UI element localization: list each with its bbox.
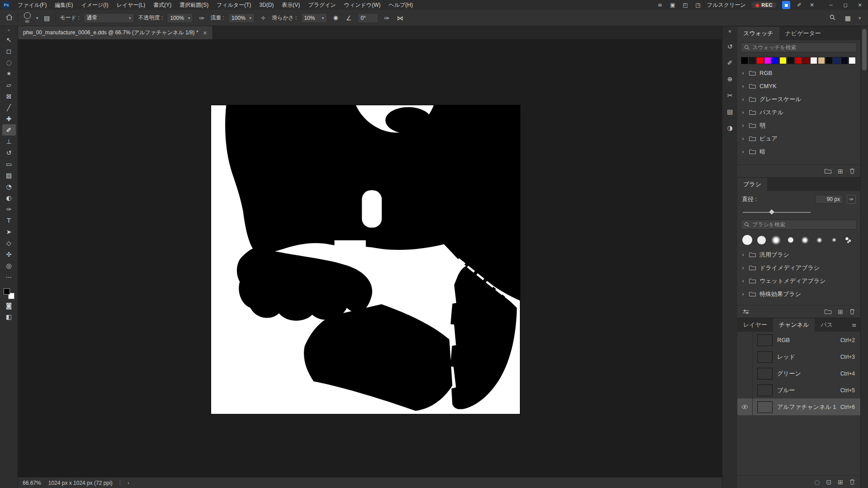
tab-brushes[interactable]: ブラシ [737, 178, 767, 191]
color-swatch[interactable] [741, 57, 748, 64]
brush-group-row[interactable]: › 特殊効果ブラシ [737, 287, 860, 300]
color-swatch[interactable] [810, 57, 817, 64]
canvas-pasteboard[interactable] [18, 39, 722, 477]
edit-toolbar-icon[interactable]: ⋯ [2, 271, 16, 282]
stop-recording-button[interactable]: ■ [782, 1, 790, 9]
save-selection-as-channel-icon[interactable]: ⊡ [826, 479, 832, 486]
slider-thumb[interactable] [769, 209, 774, 214]
libraries-panel-icon[interactable]: ▤ [724, 106, 736, 117]
gradient-tool[interactable]: ▨ [2, 169, 16, 181]
menu-item[interactable]: プラグイン [304, 0, 340, 10]
flow-select[interactable]: 100% ▾ [228, 13, 255, 23]
history-panel-icon[interactable]: ↺ [724, 41, 736, 52]
zoom-tool[interactable]: ◎ [2, 260, 16, 271]
diameter-slider[interactable] [737, 207, 860, 217]
channel-panel-tab[interactable]: レイヤー [737, 318, 773, 332]
menu-item[interactable]: ファイル(F) [14, 0, 51, 10]
menu-item[interactable]: ヘルプ(H) [385, 0, 417, 10]
clone-stamp-tool[interactable]: ⊥ [2, 136, 16, 147]
adjustments-panel-icon[interactable]: ◑ [724, 122, 736, 134]
path-selection-tool[interactable]: ➤ [2, 226, 16, 237]
color-swatch[interactable] [756, 57, 764, 64]
menu-item[interactable]: 表示(V) [278, 0, 304, 10]
healing-brush-tool[interactable]: ✚ [2, 113, 16, 124]
collapse-toolbar-icon[interactable]: » [7, 28, 10, 34]
swatch-group-row[interactable]: › 暗 [737, 145, 860, 158]
new-brush-group-icon[interactable] [825, 309, 831, 314]
visibility-toggle[interactable] [737, 348, 753, 365]
chevron-down-icon[interactable]: ▾ [36, 16, 38, 20]
color-swatch[interactable] [833, 57, 840, 64]
brush-settings-panel-icon[interactable]: ✐ [724, 57, 736, 69]
swatch-search-input[interactable]: スウォッチを検索 [741, 42, 857, 52]
toggle-brush-settings-icon[interactable]: ▤ [42, 14, 52, 22]
brush-search-input[interactable]: ブラシを検索 [741, 220, 857, 230]
soft-round-brush[interactable] [770, 234, 782, 246]
clone-source-panel-icon[interactable]: ⊕ [724, 73, 736, 85]
screen-mode-icon[interactable]: ◧ [2, 311, 16, 322]
menu-item[interactable]: フィルター(T) [212, 0, 255, 10]
new-swatch-icon[interactable]: ⊞ [838, 168, 843, 175]
channel-row[interactable]: アルファチャンネル 1 Ctrl+6 [737, 399, 860, 415]
close-overlay-button[interactable]: ✕ [808, 2, 816, 8]
scatter-brush[interactable] [842, 234, 854, 246]
delete-swatch-icon[interactable] [849, 168, 855, 174]
brush-preset-picker[interactable]: 90 [22, 12, 32, 23]
scrollbar-thumb[interactable] [862, 29, 867, 70]
soft-round-tiny-brush[interactable] [828, 234, 840, 246]
smoothing-select[interactable]: 10% ▾ [301, 13, 327, 23]
arrange-documents-icon[interactable]: ▣ [669, 2, 676, 8]
annotate-pen-button[interactable]: ✐ [796, 2, 803, 8]
screen-layout-icon[interactable]: ◳ [694, 2, 702, 8]
pressure-opacity-icon[interactable]: ✑ [197, 14, 206, 22]
channel-panel-tab[interactable]: チャンネル [773, 318, 815, 332]
history-brush-tool[interactable]: ↺ [2, 147, 16, 158]
shape-tool[interactable]: ◇ [2, 237, 16, 249]
hard-round-brush-2[interactable] [755, 234, 768, 246]
zoom-level-field[interactable]: 66.67% [23, 480, 41, 486]
workspace-icon[interactable]: ▦ [843, 14, 852, 22]
zoom-ui-icon[interactable]: ◰ [682, 2, 689, 8]
menu-item[interactable]: イメージ(I) [77, 0, 112, 10]
brush-size-slider-icon[interactable] [743, 310, 749, 314]
swatch-group-row[interactable]: › CMYK [737, 80, 860, 93]
soft-round-medium-brush[interactable] [799, 234, 811, 246]
color-swatch[interactable] [826, 57, 833, 64]
color-swatch[interactable] [779, 57, 787, 64]
close-tab-icon[interactable]: × [203, 30, 208, 36]
symmetry-icon[interactable]: ⋈ [396, 14, 405, 22]
quick-mask-icon[interactable]: ◙ [2, 300, 16, 311]
tab-navigator[interactable]: ナビゲーター [779, 27, 827, 40]
move-tool[interactable]: ↖ [2, 34, 16, 45]
menu-item[interactable]: 選択範囲(S) [175, 0, 212, 10]
swatch-group-row[interactable]: › RGB [737, 66, 860, 80]
foreground-color-chip[interactable] [4, 288, 10, 295]
menu-item[interactable]: 編集(E) [51, 0, 77, 10]
visibility-toggle[interactable] [737, 365, 753, 382]
hard-round-small-brush[interactable] [784, 234, 797, 246]
swatch-group-row[interactable]: › パステル [737, 106, 860, 119]
menu-item[interactable]: レイヤー(L) [113, 0, 150, 10]
panel-menu-icon[interactable]: ≡ [848, 318, 860, 332]
status-options-chevron-icon[interactable]: › [127, 480, 131, 486]
marquee-tool[interactable]: ◻ [2, 45, 16, 56]
delete-brush-icon[interactable] [849, 309, 855, 314]
hand-tool[interactable]: ✣ [2, 249, 16, 260]
channel-row[interactable]: ブルー Ctrl+5 [737, 382, 860, 399]
eyedropper-tool[interactable]: ╱ [2, 102, 16, 113]
chevron-down-icon[interactable]: ▾ [859, 16, 861, 20]
minimize-button[interactable]: ─ [827, 2, 835, 8]
visibility-toggle[interactable] [737, 332, 753, 348]
airbrush-icon[interactable]: ✧ [259, 14, 268, 22]
color-swatch[interactable] [795, 57, 802, 64]
soft-round-small-brush[interactable] [813, 234, 826, 246]
document-tab[interactable]: phw_00_manufacture_0006_e.dds @ 66.7% (ア… [18, 26, 213, 39]
swatch-group-row[interactable]: › グレースケール [737, 93, 860, 106]
pressure-size-icon[interactable]: ✑ [382, 14, 392, 22]
lasso-tool[interactable]: ◌ [2, 56, 16, 68]
color-swatch[interactable] [841, 57, 848, 64]
color-swatch[interactable] [802, 57, 810, 64]
edit-brush-icon[interactable]: ✑ [847, 195, 856, 204]
maximize-button[interactable]: ◻ [842, 2, 849, 8]
menu-item[interactable]: 3D(D) [255, 0, 278, 10]
